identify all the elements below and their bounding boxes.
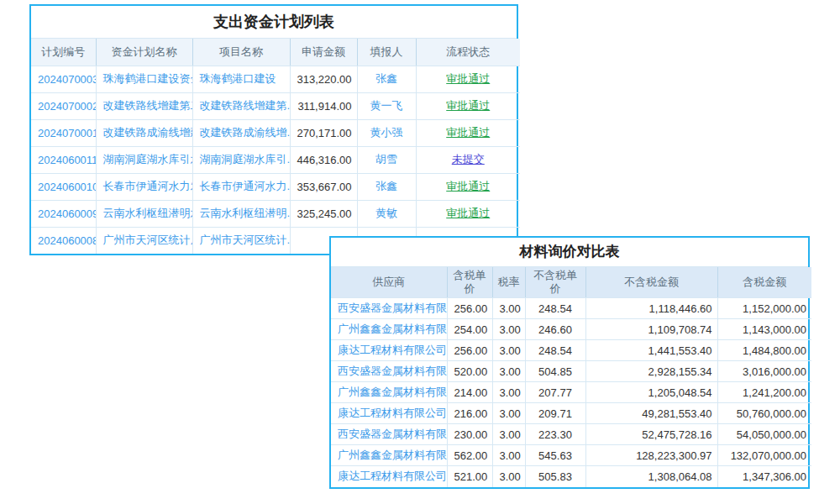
plan-no-link[interactable]: 2024070003	[31, 66, 96, 92]
table-row: 广州鑫鑫金属材料有限公司214.003.00207.771,205,048.54…	[331, 382, 811, 403]
expenditure-plan-title: 支出资金计划列表	[31, 6, 517, 39]
tax-rate-value: 3.00	[492, 361, 525, 382]
supplier-link[interactable]: 康达工程材料有限公司	[331, 340, 447, 361]
header-row: 供应商含税单价税率不含税单价不含税金额含税金额	[331, 267, 811, 298]
status-link[interactable]: 审批通过	[416, 92, 520, 119]
supplier-link[interactable]: 西安盛器金属材料有限公司	[331, 424, 447, 445]
amount-value: 313,220.00	[290, 66, 357, 92]
tax-rate-value: 3.00	[492, 466, 525, 487]
amount-value: 353,667.00	[290, 173, 357, 200]
plan-no-link[interactable]: 2024060008	[31, 227, 96, 254]
supplier-link[interactable]: 康达工程材料有限公司	[331, 466, 447, 487]
column-header: 不含税金额	[585, 267, 717, 298]
amount-incl-tax-value: 50,760,000.00	[717, 403, 811, 424]
reporter-link[interactable]: 胡雪	[357, 146, 416, 173]
plan-no-link[interactable]: 2024060010	[31, 173, 96, 200]
material-inquiry-title: 材料询价对比表	[331, 238, 808, 267]
amount-excl-tax-value: 2,928,155.34	[585, 361, 717, 382]
reporter-link[interactable]: 黄一飞	[357, 92, 416, 119]
status-link[interactable]: 审批通过	[416, 66, 520, 92]
status-link[interactable]: 审批通过	[416, 173, 520, 200]
plan-no-link[interactable]: 2024060009	[31, 200, 96, 227]
tax-rate-value: 3.00	[492, 319, 525, 340]
price-incl-tax-value: 521.00	[447, 466, 492, 487]
price-excl-tax-value: 248.54	[525, 340, 585, 361]
status-link[interactable]: 审批通过	[416, 119, 520, 146]
column-header: 含税金额	[717, 267, 811, 298]
status-link[interactable]: 审批通过	[416, 200, 520, 227]
status-link[interactable]: 未提交	[416, 146, 520, 173]
supplier-link[interactable]: 康达工程材料有限公司	[331, 403, 447, 424]
table-row: 广州鑫鑫金属材料有限公司254.003.00246.601,109,708.74…	[331, 319, 811, 340]
page: 支出资金计划列表 计划编号资金计划名称项目名称申请金额填报人流程状态202407…	[0, 0, 840, 504]
table-row: 康达工程材料有限公司256.003.00248.541,441,553.401,…	[331, 340, 811, 361]
amount-value: 270,171.00	[290, 119, 357, 146]
project-name-link[interactable]: 珠海鹤港口建设	[192, 66, 290, 92]
price-incl-tax-value: 520.00	[447, 361, 492, 382]
price-excl-tax-value: 246.60	[525, 319, 585, 340]
supplier-link[interactable]: 广州鑫鑫金属材料有限公司	[331, 382, 447, 403]
table-row: 康达工程材料有限公司521.003.00505.831,308,064.081,…	[331, 466, 811, 487]
table-row: 西安盛器金属材料有限公司520.003.00504.852,928,155.34…	[331, 361, 811, 382]
price-incl-tax-value: 256.00	[447, 340, 492, 361]
reporter-link[interactable]: 张鑫	[357, 66, 416, 92]
plan-no-link[interactable]: 2024060011	[31, 146, 96, 173]
amount-excl-tax-value: 52,475,728.16	[585, 424, 717, 445]
amount-incl-tax-value: 3,016,000.00	[717, 361, 811, 382]
price-incl-tax-value: 562.00	[447, 445, 492, 466]
material-inquiry-table: 供应商含税单价税率不含税单价不含税金额含税金额西安盛器金属材料有限公司256.0…	[331, 267, 811, 487]
reporter-link[interactable]: 张鑫	[357, 173, 416, 200]
column-header: 供应商	[331, 267, 447, 298]
plan-no-link[interactable]: 2024070001	[31, 119, 96, 146]
amount-excl-tax-value: 1,205,048.54	[585, 382, 717, 403]
column-header: 流程状态	[416, 39, 520, 66]
amount-value: 446,316.00	[290, 146, 357, 173]
amount-incl-tax-value: 1,241,200.00	[717, 382, 811, 403]
project-name-link[interactable]: 湖南洞庭湖水库引...	[192, 146, 290, 173]
column-header: 申请金额	[290, 39, 357, 66]
header-row: 计划编号资金计划名称项目名称申请金额填报人流程状态	[31, 39, 520, 66]
project-name-link[interactable]: 广州市天河区统计...	[192, 227, 290, 254]
amount-incl-tax-value: 1,484,800.00	[717, 340, 811, 361]
column-header: 不含税单价	[525, 267, 585, 298]
fund-plan-name-link[interactable]: 改建铁路线增建第二...	[96, 92, 192, 119]
project-name-link[interactable]: 云南水利枢纽潜明...	[192, 200, 290, 227]
supplier-link[interactable]: 广州鑫鑫金属材料有限公司	[331, 319, 447, 340]
reporter-link[interactable]: 黄小强	[357, 119, 416, 146]
tax-rate-value: 3.00	[492, 382, 525, 403]
table-row: 2024060009云南水利枢纽潜明水...云南水利枢纽潜明...325,245…	[31, 200, 520, 227]
fund-plan-name-link[interactable]: 珠海鹤港口建设资金...	[96, 66, 192, 92]
amount-excl-tax-value: 1,441,553.40	[585, 340, 717, 361]
reporter-link[interactable]: 黄敏	[357, 200, 416, 227]
column-header: 税率	[492, 267, 525, 298]
fund-plan-name-link[interactable]: 湖南洞庭湖水库引水...	[96, 146, 192, 173]
amount-incl-tax-value: 54,050,000.00	[717, 424, 811, 445]
amount-excl-tax-value: 1,109,708.74	[585, 319, 717, 340]
material-inquiry-panel: 材料询价对比表 供应商含税单价税率不含税单价不含税金额含税金额西安盛器金属材料有…	[329, 236, 810, 489]
table-row: 康达工程材料有限公司216.003.00209.7149,281,553.405…	[331, 403, 811, 424]
table-row: 2024070002改建铁路线增建第二...改建铁路线增建第...311,914…	[31, 92, 520, 119]
project-name-link[interactable]: 长春市伊通河水力...	[192, 173, 290, 200]
plan-no-link[interactable]: 2024070002	[31, 92, 96, 119]
tax-rate-value: 3.00	[492, 424, 525, 445]
project-name-link[interactable]: 改建铁路成渝线增...	[192, 119, 290, 146]
table-row: 西安盛器金属材料有限公司256.003.00248.541,118,446.60…	[331, 298, 811, 319]
amount-incl-tax-value: 1,152,000.00	[717, 298, 811, 319]
fund-plan-name-link[interactable]: 云南水利枢纽潜明水...	[96, 200, 192, 227]
supplier-link[interactable]: 西安盛器金属材料有限公司	[331, 298, 447, 319]
amount-excl-tax-value: 1,308,064.08	[585, 466, 717, 487]
fund-plan-name-link[interactable]: 广州市天河区统计局...	[96, 227, 192, 254]
project-name-link[interactable]: 改建铁路线增建第...	[192, 92, 290, 119]
supplier-link[interactable]: 广州鑫鑫金属材料有限公司	[331, 445, 447, 466]
supplier-link[interactable]: 西安盛器金属材料有限公司	[331, 361, 447, 382]
fund-plan-name-link[interactable]: 改建铁路成渝线增建...	[96, 119, 192, 146]
fund-plan-name-link[interactable]: 长春市伊通河水力发...	[96, 173, 192, 200]
expenditure-plan-panel: 支出资金计划列表 计划编号资金计划名称项目名称申请金额填报人流程状态202407…	[29, 4, 518, 255]
price-incl-tax-value: 214.00	[447, 382, 492, 403]
amount-excl-tax-value: 128,223,300.97	[585, 445, 717, 466]
tax-rate-value: 3.00	[492, 340, 525, 361]
price-incl-tax-value: 256.00	[447, 298, 492, 319]
amount-incl-tax-value: 132,070,000.00	[717, 445, 811, 466]
amount-incl-tax-value: 1,347,306.00	[717, 466, 811, 487]
price-excl-tax-value: 545.63	[525, 445, 585, 466]
